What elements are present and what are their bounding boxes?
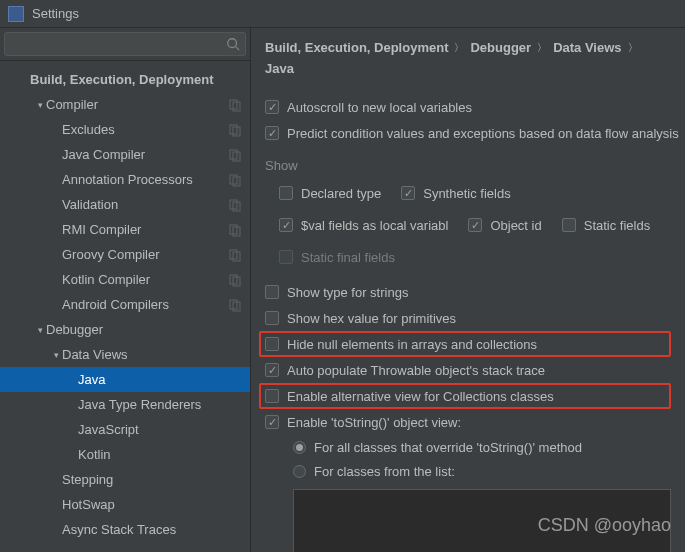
tree-node-java-compiler[interactable]: Java Compiler xyxy=(0,142,250,167)
checkbox-label: Show type for strings xyxy=(287,285,408,300)
search-icon xyxy=(226,37,240,51)
checkbox-label: Auto populate Throwable object's stack t… xyxy=(287,363,545,378)
checkbox-synthetic-fields[interactable] xyxy=(401,186,415,200)
copy-icon xyxy=(228,198,242,212)
checkbox-hide-null[interactable] xyxy=(265,337,279,351)
tree-node-hotswap[interactable]: HotSwap xyxy=(0,492,250,517)
search-input[interactable] xyxy=(4,32,246,56)
copy-icon xyxy=(228,173,242,187)
radio-label: For all classes that override 'toString(… xyxy=(314,440,582,455)
breadcrumb-item[interactable]: Build, Execution, Deployment xyxy=(265,40,448,55)
chevron-down-icon: ▾ xyxy=(34,100,46,110)
checkbox-show-type-strings[interactable] xyxy=(265,285,279,299)
checkbox-label: Enable alternative view for Collections … xyxy=(287,389,554,404)
chevron-right-icon: 〉 xyxy=(454,41,464,55)
checkbox-label: Synthetic fields xyxy=(423,186,510,201)
radio-all-classes[interactable] xyxy=(293,441,306,454)
settings-sidebar: Build, Execution, Deployment ▾Compiler E… xyxy=(0,28,251,552)
checkbox-show-hex[interactable] xyxy=(265,311,279,325)
app-icon xyxy=(8,6,24,22)
svg-point-0 xyxy=(228,39,237,48)
checkbox-enable-alt-view[interactable] xyxy=(265,389,279,403)
checkbox-label: Declared type xyxy=(301,186,381,201)
tree-node-android-compilers[interactable]: Android Compilers xyxy=(0,292,250,317)
checkbox-label: Enable 'toString()' object view: xyxy=(287,415,461,430)
copy-icon xyxy=(228,98,242,112)
checkbox-label: Hide null elements in arrays and collect… xyxy=(287,337,537,352)
tree-node-kotlin[interactable]: Kotlin xyxy=(0,442,250,467)
checkbox-enable-tostring[interactable] xyxy=(265,415,279,429)
checkbox-autoscroll[interactable] xyxy=(265,100,279,114)
tree-node-build-execution-deployment[interactable]: Build, Execution, Deployment xyxy=(0,67,250,92)
tree-node-data-views[interactable]: ▾Data Views xyxy=(0,342,250,367)
copy-icon xyxy=(228,248,242,262)
checkbox-val-fields[interactable] xyxy=(279,218,293,232)
copy-icon xyxy=(228,273,242,287)
tree-node-groovy-compiler[interactable]: Groovy Compiler xyxy=(0,242,250,267)
tree-node-java[interactable]: Java xyxy=(0,367,250,392)
breadcrumb: Build, Execution, Deployment〉 Debugger〉 … xyxy=(265,40,671,76)
chevron-right-icon: 〉 xyxy=(537,41,547,55)
breadcrumb-item[interactable]: Data Views xyxy=(553,40,621,55)
window-title: Settings xyxy=(32,6,79,21)
checkbox-object-id[interactable] xyxy=(468,218,482,232)
tree-node-stepping[interactable]: Stepping xyxy=(0,467,250,492)
checkbox-label: Static final fields xyxy=(301,250,395,265)
breadcrumb-item: Java xyxy=(265,61,294,76)
svg-line-1 xyxy=(236,47,240,51)
tree-node-compiler[interactable]: ▾Compiler xyxy=(0,92,250,117)
checkbox-label: Show hex value for primitives xyxy=(287,311,456,326)
tree-node-javascript[interactable]: JavaScript xyxy=(0,417,250,442)
tree-node-async-stack-traces[interactable]: Async Stack Traces xyxy=(0,517,250,542)
checkbox-label: Predict condition values and exceptions … xyxy=(287,126,679,141)
checkbox-static-final-fields xyxy=(279,250,293,264)
tree-node-kotlin-compiler[interactable]: Kotlin Compiler xyxy=(0,267,250,292)
settings-content: Build, Execution, Deployment〉 Debugger〉 … xyxy=(251,28,685,552)
class-list-box[interactable] xyxy=(293,489,671,552)
checkbox-label: Object id xyxy=(490,218,541,233)
tree-node-validation[interactable]: Validation xyxy=(0,192,250,217)
copy-icon xyxy=(228,298,242,312)
chevron-right-icon: 〉 xyxy=(628,41,638,55)
settings-tree: Build, Execution, Deployment ▾Compiler E… xyxy=(0,61,250,552)
tree-node-excludes[interactable]: Excludes xyxy=(0,117,250,142)
checkbox-label: Static fields xyxy=(584,218,650,233)
copy-icon xyxy=(228,148,242,162)
checkbox-auto-populate[interactable] xyxy=(265,363,279,377)
radio-from-list[interactable] xyxy=(293,465,306,478)
title-bar: Settings xyxy=(0,0,685,28)
checkbox-predict[interactable] xyxy=(265,126,279,140)
chevron-down-icon: ▾ xyxy=(34,325,46,335)
tree-node-debugger[interactable]: ▾Debugger xyxy=(0,317,250,342)
chevron-down-icon: ▾ xyxy=(50,350,62,360)
tree-node-java-type-renderers[interactable]: Java Type Renderers xyxy=(0,392,250,417)
checkbox-label: $val fields as local variabl xyxy=(301,218,448,233)
checkbox-label: Autoscroll to new local variables xyxy=(287,100,472,115)
section-show: Show xyxy=(265,158,671,173)
tree-node-annotation-processors[interactable]: Annotation Processors xyxy=(0,167,250,192)
copy-icon xyxy=(228,223,242,237)
checkbox-declared-type[interactable] xyxy=(279,186,293,200)
checkbox-static-fields[interactable] xyxy=(562,218,576,232)
radio-label: For classes from the list: xyxy=(314,464,455,479)
breadcrumb-item[interactable]: Debugger xyxy=(470,40,531,55)
copy-icon xyxy=(228,123,242,137)
tree-node-rmi-compiler[interactable]: RMI Compiler xyxy=(0,217,250,242)
